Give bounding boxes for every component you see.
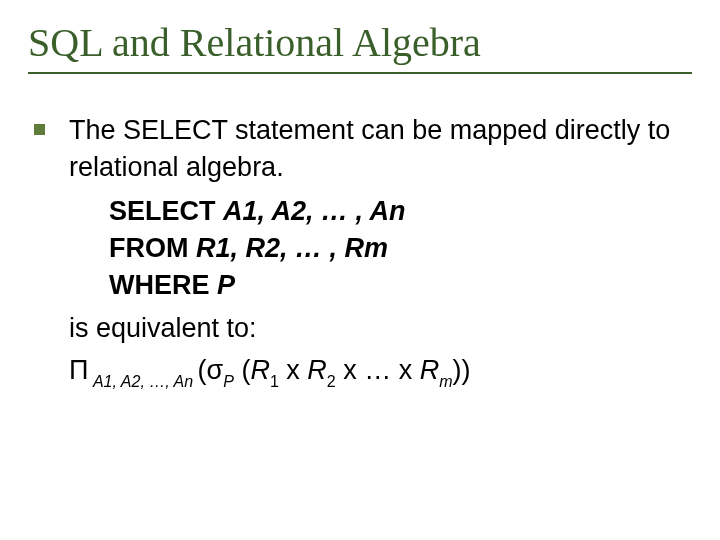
select-args: A1, A2, … , An [223, 196, 406, 226]
sigma-part: (σ [198, 355, 224, 385]
rm-sub: m [439, 373, 452, 390]
square-bullet-icon [34, 124, 45, 135]
slide-body: The SELECT statement can be mapped direc… [28, 112, 692, 391]
sigma-subscript: P [223, 373, 234, 390]
sql-from-line: FROM R1, R2, … , Rm [109, 230, 692, 267]
from-keyword: FROM [109, 233, 196, 263]
relational-algebra-formula: Π A1, A2, …, An (σP (R1 x R2 x … x Rm)) [69, 352, 692, 391]
x1: x [279, 355, 308, 385]
equivalent-text: is equivalent to: [69, 310, 692, 347]
slide-title: SQL and Relational Algebra [28, 20, 692, 66]
where-arg: P [217, 270, 235, 300]
title-rule: SQL and Relational Algebra [28, 20, 692, 74]
sql-select-line: SELECT A1, A2, … , An [109, 193, 692, 230]
from-args: R1, R2, … , Rm [196, 233, 388, 263]
bullet-content: The SELECT statement can be mapped direc… [69, 112, 692, 391]
where-keyword: WHERE [109, 270, 217, 300]
bullet-item: The SELECT statement can be mapped direc… [28, 112, 692, 391]
intro-text: The SELECT statement can be mapped direc… [69, 112, 692, 187]
r1-sub: 1 [270, 373, 279, 390]
r1-r: R [250, 355, 270, 385]
sql-block: SELECT A1, A2, … , An FROM R1, R2, … , R… [109, 193, 692, 305]
r2-r: R [307, 355, 327, 385]
sql-where-line: WHERE P [109, 267, 692, 304]
r2-sub: 2 [327, 373, 336, 390]
select-keyword: SELECT [109, 196, 223, 226]
rm-r: R [420, 355, 440, 385]
close-parens: )) [453, 355, 471, 385]
pi-symbol: Π [69, 355, 89, 385]
x-dots: x … x [336, 355, 420, 385]
open-paren: ( [234, 355, 251, 385]
pi-subscript: A1, A2, …, An [89, 373, 198, 390]
slide: SQL and Relational Algebra The SELECT st… [0, 0, 720, 540]
